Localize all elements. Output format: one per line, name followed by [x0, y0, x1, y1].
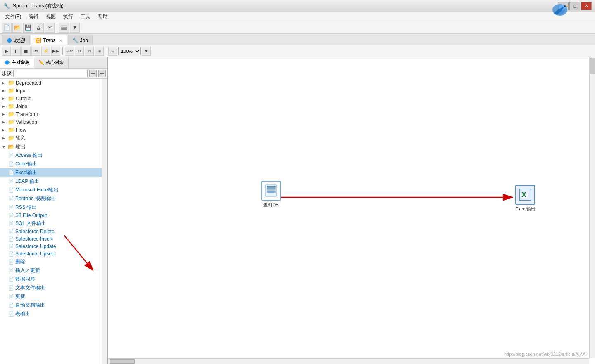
close-button[interactable]: ✕: [581, 2, 592, 10]
file-icon: 📄: [8, 170, 14, 175]
tree-item-flow[interactable]: ▶ 📁 Flow: [0, 126, 107, 134]
tab-welcome[interactable]: 🔷 欢迎!: [2, 35, 30, 45]
trans-tab-close[interactable]: ✕: [59, 38, 62, 43]
tree-label: S3 File Output: [15, 213, 47, 218]
trans-tab-label: Trans: [43, 38, 55, 43]
tree-item-deprecated[interactable]: ▶ 📁 Deprecated: [0, 79, 107, 87]
file-icon: 📄: [8, 244, 14, 249]
pause-button[interactable]: ⏸: [12, 47, 21, 56]
save-as-button[interactable]: 🖨: [34, 23, 44, 33]
open-button[interactable]: 📂: [12, 23, 22, 33]
svg-rect-7: [93, 71, 93, 76]
tree-item-insert-update[interactable]: 📄 插入／更新: [0, 266, 107, 275]
menu-tools[interactable]: 工具: [77, 12, 94, 21]
file-icon: 📄: [8, 251, 14, 257]
tree-item-msexcel-output[interactable]: 📄 Microsoft Excel输出: [0, 186, 107, 194]
arrow-down-button[interactable]: ▼: [70, 23, 80, 33]
svg-rect-12: [267, 191, 276, 193]
new-button[interactable]: 📄: [2, 23, 12, 33]
tree-item-update[interactable]: 📄 更新: [0, 292, 107, 301]
tree-item-table-output[interactable]: 📄 表输出: [0, 310, 107, 318]
menu-file[interactable]: 文件(F): [2, 12, 24, 21]
query-db-label: 查询DB: [263, 202, 278, 208]
main-objects-tab[interactable]: 🔷 主对象树: [0, 57, 34, 68]
tree-item-excel-output[interactable]: 📄 Excel输出: [0, 168, 107, 177]
v-scroll-thumb[interactable]: [590, 58, 595, 74]
main-content: 🔷 主对象树 ✏️ 核心对象 步骤: [0, 57, 595, 364]
tree-item-ldap-output[interactable]: 📄 LDAP 输出: [0, 177, 107, 186]
title-bar-left: 🔧 Spoon - Trans (有变动): [3, 2, 64, 9]
menu-edit[interactable]: 编辑: [25, 12, 42, 21]
tree-item-sf-insert[interactable]: 📄 Salesforce Insert: [0, 235, 107, 243]
tree-item-input[interactable]: ▶ 📁 Input: [0, 87, 107, 95]
cut-button[interactable]: ✂: [45, 23, 55, 33]
preview-button[interactable]: 👁: [31, 47, 40, 56]
grid-button[interactable]: ⊟: [108, 47, 117, 56]
svg-rect-13: [267, 186, 276, 187]
canvas-scrollbar-h[interactable]: [108, 358, 589, 364]
search-input[interactable]: [13, 70, 88, 77]
menu-execute[interactable]: 执行: [60, 12, 76, 21]
tree-label: RSS 输出: [15, 204, 37, 211]
app-icon: 🔧: [3, 3, 10, 9]
maximize-button[interactable]: □: [569, 2, 580, 10]
file-icon: 📄: [8, 259, 14, 265]
tree-item-output[interactable]: ▶ 📁 Output: [0, 95, 107, 102]
file-icon: 📄: [8, 268, 14, 273]
copy-button[interactable]: ⧉: [85, 47, 94, 56]
tree-label: Joins: [16, 104, 27, 109]
replay-button[interactable]: ↩↩: [65, 47, 74, 56]
tree-item-text-output[interactable]: 📄 文本文件输出: [0, 284, 107, 292]
tree-item-input-cn[interactable]: ▶ 📁 输入: [0, 134, 107, 142]
tree-scrollbar[interactable]: [102, 79, 107, 364]
canvas-scrollbar-v[interactable]: [589, 57, 595, 358]
tree-item-validation[interactable]: ▶ 📁 Validation: [0, 118, 107, 126]
tree-label: Transform: [16, 111, 38, 117]
tree-collapse-button[interactable]: [98, 70, 106, 77]
tab-toolbar-sep1: [62, 47, 63, 55]
core-objects-label: 核心对象: [46, 59, 64, 66]
main-objects-label: 主对象树: [12, 59, 30, 66]
h-scroll-thumb[interactable]: [110, 359, 135, 364]
tab-job[interactable]: 🔧 Job: [68, 35, 93, 45]
debug-button[interactable]: ⚡: [41, 47, 50, 56]
tab-trans[interactable]: 🔀 Trans ✕: [31, 35, 67, 45]
tree-item-cube-output[interactable]: 📄 Cube输出: [0, 160, 107, 168]
tree-item-sf-update[interactable]: 📄 Salesforce Update: [0, 243, 107, 250]
tree-item-rss-output[interactable]: 📄 RSS 输出: [0, 203, 107, 212]
canvas-area[interactable]: 查询DB X Excel输出: [108, 57, 595, 364]
tree-item-sf-upsert[interactable]: 📄 Salesforce Upsert: [0, 250, 107, 258]
play-button[interactable]: ▶: [2, 47, 11, 56]
tree-item-s3-output[interactable]: 📄 S3 File Output: [0, 212, 107, 219]
tree-item-sql-output[interactable]: 📄 SQL 文件输出: [0, 219, 107, 228]
layers-button[interactable]: [59, 23, 69, 33]
tree-item-delete[interactable]: 📄 删除: [0, 258, 107, 266]
align-button[interactable]: ⊞: [95, 47, 104, 56]
save-button[interactable]: 💾: [23, 23, 33, 33]
file-icon: 📄: [8, 294, 14, 299]
tree-item-joins[interactable]: ▶ 📁 Joins: [0, 102, 107, 110]
zoom-select[interactable]: 50% 75% 100% 150% 200%: [118, 47, 141, 55]
stop-button[interactable]: ⏹: [21, 47, 31, 56]
query-db-node[interactable]: 查询DB: [261, 181, 281, 208]
zoom-dropdown-button[interactable]: ▼: [142, 47, 151, 56]
menu-view[interactable]: 视图: [43, 12, 59, 21]
tree-item-output-cn[interactable]: ▼ 📂 输出: [0, 142, 107, 151]
inject-button[interactable]: ↻: [75, 47, 84, 56]
tree-item-auto-doc[interactable]: 📄 自动文档输出: [0, 301, 107, 310]
excel-out-node[interactable]: X Excel输出: [515, 185, 536, 212]
tree-label: Excel输出: [15, 169, 37, 176]
title-text: Spoon - Trans (有变动): [13, 2, 64, 9]
tree-label: Salesforce Insert: [15, 236, 52, 242]
tree-item-data-sync[interactable]: 📄 数据同步: [0, 275, 107, 284]
menu-help[interactable]: 帮助: [95, 12, 111, 21]
core-objects-tab[interactable]: ✏️ 核心对象: [34, 57, 69, 68]
tree-label: Salesforce Delete: [15, 229, 55, 234]
tree-expand-button[interactable]: [89, 70, 97, 77]
step-forward-button[interactable]: ▶▶: [51, 47, 60, 56]
svg-rect-5: [61, 25, 67, 26]
tree-item-access-output[interactable]: 📄 Access 输出: [0, 151, 107, 160]
tree-item-pentaho-output[interactable]: 📄 Pentaho 报表输出: [0, 194, 107, 203]
tree-item-sf-delete[interactable]: 📄 Salesforce Delete: [0, 228, 107, 235]
tree-item-transform[interactable]: ▶ 📁 Transform: [0, 110, 107, 118]
